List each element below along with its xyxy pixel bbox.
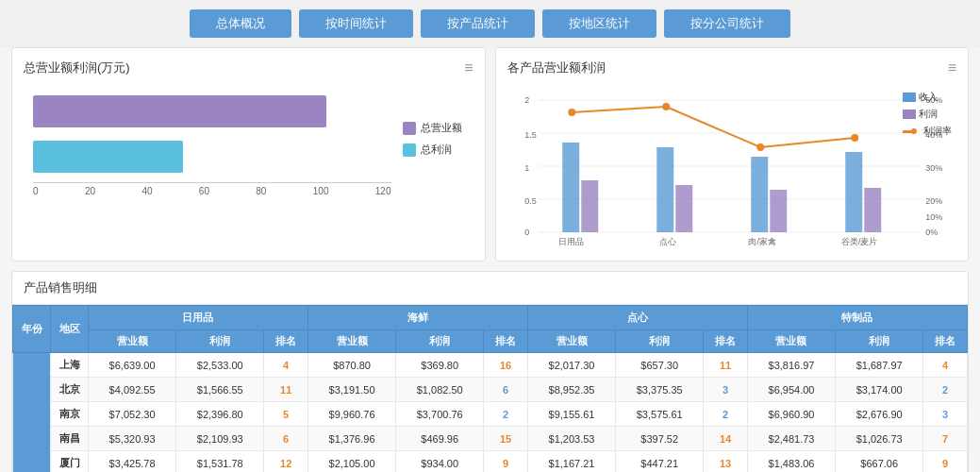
- th-seafood: 海鲜: [307, 306, 527, 330]
- legend-label-profit: 总利润: [421, 143, 452, 157]
- daily-profit: $2,396.80: [176, 402, 264, 427]
- table-section: 产品销售明细 年份 地区 日用品 海鲜 点心 特制品 营业额 利润 排名 营业额…: [11, 271, 969, 472]
- bar-purple: [33, 95, 326, 127]
- svg-text:谷类/麦片: 谷类/麦片: [840, 237, 877, 246]
- right-chart-title: 各产品营业额利润: [507, 59, 606, 76]
- region-cell: 北京: [51, 378, 89, 402]
- left-chart-panel: 总营业额利润(万元) ≡ 0 20 40: [11, 47, 486, 261]
- special-rank: 9: [923, 451, 968, 473]
- special-rank: 7: [923, 427, 968, 451]
- svg-text:10%: 10%: [925, 212, 942, 222]
- th-seafood-rank: 排名: [484, 330, 528, 353]
- daily-rank: 12: [264, 451, 308, 473]
- dessert-rank: 14: [704, 427, 748, 451]
- combo-chart-svg: 2 1.5 1 0.5 0 50% 40% 30% 20% 10% 0%: [507, 86, 957, 246]
- th-daily-profit: 利润: [176, 330, 264, 353]
- special-profit: $667.06: [836, 451, 923, 473]
- x-tick-0: 0: [33, 186, 39, 196]
- nav-btn-product[interactable]: 按产品统计: [421, 9, 535, 38]
- th-dessert-profit: 利润: [616, 330, 704, 353]
- dessert-rank: 3: [704, 378, 748, 402]
- special-profit: $1,026.73: [836, 427, 923, 451]
- region-cell: 上海: [51, 353, 89, 378]
- left-chart-title: 总营业额利润(万元): [24, 59, 130, 76]
- svg-text:1.5: 1.5: [524, 130, 537, 140]
- daily-profit: $1,531.78: [176, 451, 264, 473]
- region-cell: 南昌: [51, 427, 89, 451]
- seafood-rank: 16: [484, 353, 528, 378]
- th-daily: 日用品: [89, 306, 308, 330]
- th-dessert-rev: 营业额: [527, 330, 615, 353]
- daily-rev: $6,639.00: [89, 353, 176, 378]
- legend-income-label: 收入: [919, 91, 938, 104]
- nav-btn-overview[interactable]: 总体概况: [190, 9, 291, 38]
- right-menu-icon[interactable]: ≡: [948, 59, 956, 76]
- year-cell: [13, 353, 51, 473]
- svg-point-27: [851, 134, 858, 142]
- nav-btn-region[interactable]: 按地区统计: [542, 9, 656, 38]
- seafood-rank: 9: [484, 451, 528, 473]
- svg-text:1: 1: [524, 163, 529, 173]
- legend-profit: [903, 110, 916, 119]
- dessert-profit: $447.21: [616, 451, 704, 473]
- daily-profit: $2,533.00: [176, 353, 264, 378]
- th-daily-rank: 排名: [264, 330, 308, 353]
- daily-rev: $5,320.93: [89, 427, 176, 451]
- nav-btn-time[interactable]: 按时间统计: [299, 9, 413, 38]
- left-chart-legend: 总营业额 总利润: [391, 121, 473, 161]
- special-rev: $2,481.73: [747, 427, 835, 451]
- seafood-rev: $3,191.50: [307, 378, 395, 402]
- seafood-profit: $469.96: [396, 427, 484, 451]
- special-rank: 2: [923, 378, 968, 402]
- left-menu-icon[interactable]: ≡: [464, 59, 473, 76]
- th-region: 地区: [51, 306, 89, 353]
- x-tick-40: 40: [141, 186, 152, 196]
- legend-label-revenue: 总营业额: [421, 121, 462, 135]
- th-seafood-rev: 营业额: [307, 330, 395, 353]
- nav-btn-company[interactable]: 按分公司统计: [664, 9, 790, 38]
- legend-blue: [403, 143, 416, 157]
- seafood-profit: $934.00: [396, 451, 484, 473]
- region-cell: 南京: [51, 402, 89, 427]
- dessert-rev: $8,952.35: [527, 378, 615, 402]
- svg-text:0%: 0%: [925, 228, 938, 237]
- svg-rect-19: [675, 185, 692, 232]
- legend-profit-label: 利润: [919, 108, 938, 121]
- special-profit: $3,174.00: [836, 378, 923, 402]
- table-wrapper[interactable]: 年份 地区 日用品 海鲜 点心 特制品 营业额 利润 排名 营业额 利润 排名 …: [12, 305, 968, 472]
- th-seafood-profit: 利润: [396, 330, 484, 353]
- seafood-rank: 6: [484, 378, 528, 402]
- dessert-rev: $2,017.30: [527, 353, 615, 378]
- dessert-profit: $657.30: [616, 353, 704, 378]
- svg-text:20%: 20%: [925, 196, 942, 206]
- right-chart-legend: 收入 利润 利润率: [903, 91, 952, 138]
- svg-point-26: [756, 143, 764, 151]
- dessert-profit: $3,575.61: [616, 402, 704, 427]
- svg-rect-17: [581, 180, 598, 232]
- th-special: 特制品: [747, 306, 967, 330]
- svg-point-24: [568, 109, 575, 116]
- top-nav: 总体概况 按时间统计 按产品统计 按地区统计 按分公司统计: [0, 0, 980, 47]
- table-row: 南京 $7,052.30 $2,396.80 5 $9,960.76 $3,70…: [13, 402, 968, 427]
- table-row: 厦门 $3,425.78 $1,531.78 12 $2,105.00 $934…: [13, 451, 968, 473]
- seafood-rev: $2,105.00: [307, 451, 395, 473]
- th-dessert-rank: 排名: [704, 330, 748, 353]
- svg-text:点心: 点心: [659, 237, 676, 246]
- daily-rank: 5: [264, 402, 308, 427]
- dessert-rev: $9,155.61: [527, 402, 615, 427]
- svg-text:2: 2: [524, 95, 529, 105]
- daily-rev: $7,052.30: [89, 402, 176, 427]
- svg-text:0.5: 0.5: [524, 196, 537, 206]
- special-rank: 4: [923, 353, 968, 378]
- seafood-rank: 2: [484, 402, 528, 427]
- th-daily-rev: 营业额: [89, 330, 176, 353]
- region-cell: 厦门: [51, 451, 89, 473]
- th-dessert: 点心: [527, 306, 747, 330]
- daily-rev: $3,425.78: [89, 451, 176, 473]
- daily-rev: $4,092.55: [89, 378, 176, 402]
- x-tick-60: 60: [199, 186, 209, 196]
- dessert-profit: $3,375.35: [616, 378, 704, 402]
- svg-rect-21: [770, 190, 787, 232]
- dessert-rank: 13: [704, 451, 748, 473]
- th-special-rank: 排名: [923, 330, 968, 353]
